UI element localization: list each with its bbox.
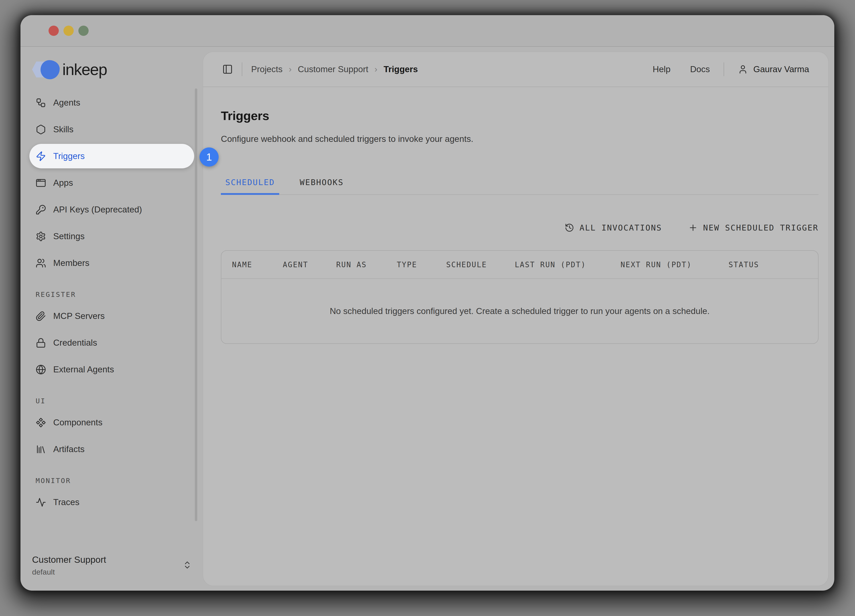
plus-icon: [688, 223, 698, 233]
breadcrumb-project[interactable]: Customer Support: [298, 64, 368, 74]
content-card: Projects › Customer Support › Triggers H…: [203, 52, 828, 586]
user-name: Gaurav Varma: [753, 64, 809, 74]
hexagon-icon: [35, 124, 46, 135]
globe-icon: [35, 364, 46, 375]
scheduled-triggers-table: NAME AGENT RUN AS TYPE SCHEDULE LAST RUN…: [221, 250, 818, 344]
sidebar-scrollbar[interactable]: [195, 89, 197, 521]
new-scheduled-trigger-button[interactable]: NEW SCHEDULED TRIGGER: [688, 223, 818, 233]
sidebar-item-agents[interactable]: Agents: [29, 90, 194, 115]
sidebar-item-label: Triggers: [53, 151, 85, 161]
sidebar-item-label: Artifacts: [53, 444, 84, 454]
app-window: inkeep Agents Skills Triggers Apps: [20, 15, 834, 591]
workflow-icon: [35, 98, 46, 108]
sidebar-item-label: MCP Servers: [53, 311, 105, 321]
chevron-right-icon: ›: [289, 64, 292, 74]
sidebar-item-label: Agents: [53, 98, 80, 107]
component-icon: [35, 417, 46, 428]
lock-icon: [35, 338, 46, 348]
sidebar-item-label: Credentials: [53, 338, 97, 348]
user-icon: [738, 64, 748, 74]
all-invocations-button[interactable]: ALL INVOCATIONS: [565, 223, 662, 233]
titlebar: [20, 15, 834, 47]
paperclip-icon: [35, 311, 46, 321]
column-header-next-run: NEXT RUN (PDT): [621, 260, 729, 269]
key-icon: [35, 204, 46, 215]
app-window-icon: [35, 178, 46, 188]
page-title: Triggers: [221, 109, 818, 123]
sidebar-section-ui: UI: [35, 397, 188, 405]
activity-icon: [35, 497, 46, 507]
zoom-window-button[interactable]: [78, 26, 89, 36]
sidebar: inkeep Agents Skills Triggers Apps: [20, 47, 203, 591]
column-header-name: NAME: [232, 260, 283, 269]
sidebar-section-register: REGISTER: [35, 290, 188, 299]
sidebar-toggle-button[interactable]: [222, 64, 233, 75]
sidebar-item-components[interactable]: Components: [29, 410, 194, 435]
column-header-type: TYPE: [397, 260, 446, 269]
help-link[interactable]: Help: [653, 64, 670, 74]
chevron-right-icon: ›: [374, 64, 377, 74]
sidebar-item-label: External Agents: [53, 365, 114, 374]
sidebar-item-api-keys[interactable]: API Keys (Deprecated): [29, 197, 194, 222]
user-menu[interactable]: Gaurav Varma: [738, 64, 809, 74]
header-divider: [242, 62, 242, 76]
sidebar-item-label: Components: [53, 418, 103, 428]
column-header-run-as: RUN AS: [336, 260, 397, 269]
annotation-step-badge: 1: [199, 147, 219, 167]
sidebar-item-label: API Keys (Deprecated): [53, 205, 142, 215]
table-actions: ALL INVOCATIONS NEW SCHEDULED TRIGGER: [221, 223, 818, 233]
project-switcher[interactable]: Customer Support default: [20, 555, 203, 591]
sidebar-item-artifacts[interactable]: Artifacts: [29, 437, 194, 461]
inkeep-logo-mark-icon: [32, 58, 62, 81]
sidebar-item-label: Settings: [53, 231, 84, 241]
sidebar-item-external-agents[interactable]: External Agents: [29, 357, 194, 382]
zap-icon: [35, 151, 46, 161]
column-header-status: STATUS: [729, 260, 818, 269]
sidebar-item-traces[interactable]: Traces: [29, 490, 194, 515]
column-header-schedule: SCHEDULE: [446, 260, 515, 269]
page-subtitle: Configure webhook and scheduled triggers…: [221, 134, 818, 144]
users-icon: [35, 258, 46, 268]
sidebar-item-apps[interactable]: Apps: [29, 171, 194, 195]
gear-icon: [35, 231, 46, 242]
header-divider: [724, 62, 724, 76]
sidebar-item-skills[interactable]: Skills: [29, 117, 194, 142]
inkeep-logo[interactable]: inkeep: [32, 58, 193, 81]
sidebar-item-label: Traces: [53, 497, 80, 507]
tab-bar: SCHEDULED WEBHOOKS: [221, 178, 818, 195]
button-label: ALL INVOCATIONS: [579, 223, 662, 232]
button-label: NEW SCHEDULED TRIGGER: [703, 223, 818, 232]
sidebar-item-mcp-servers[interactable]: MCP Servers: [29, 304, 194, 328]
docs-link[interactable]: Docs: [690, 64, 710, 74]
project-name: Customer Support: [32, 555, 106, 565]
column-header-last-run: LAST RUN (PDT): [515, 260, 621, 269]
inkeep-logo-text: inkeep: [62, 60, 107, 79]
breadcrumb-current: Triggers: [384, 64, 418, 74]
graph-name: default: [32, 568, 106, 576]
tab-webhooks[interactable]: WEBHOOKS: [295, 178, 348, 195]
sidebar-item-label: Skills: [53, 124, 74, 134]
sidebar-item-members[interactable]: Members: [29, 251, 194, 275]
breadcrumb-projects[interactable]: Projects: [251, 64, 283, 74]
panel-left-icon: [222, 64, 233, 75]
sidebar-item-label: Apps: [53, 178, 73, 188]
sidebar-section-monitor: MONITOR: [35, 477, 188, 484]
tab-scheduled[interactable]: SCHEDULED: [221, 178, 279, 195]
sidebar-item-credentials[interactable]: Credentials: [29, 331, 194, 355]
sidebar-item-label: Members: [53, 258, 89, 268]
sidebar-nav: Agents Skills Triggers Apps API Keys (De: [20, 90, 203, 517]
chevrons-up-down-icon: [182, 560, 192, 570]
close-window-button[interactable]: [49, 26, 59, 36]
breadcrumb: Projects › Customer Support › Triggers: [251, 64, 418, 74]
content-header: Projects › Customer Support › Triggers H…: [203, 52, 828, 87]
table-header-row: NAME AGENT RUN AS TYPE SCHEDULE LAST RUN…: [221, 251, 818, 279]
library-icon: [35, 444, 46, 455]
column-header-agent: AGENT: [283, 260, 336, 269]
history-icon: [565, 223, 574, 233]
sidebar-item-triggers[interactable]: Triggers: [29, 144, 194, 169]
sidebar-item-settings[interactable]: Settings: [29, 224, 194, 248]
minimize-window-button[interactable]: [63, 26, 74, 36]
empty-state-message: No scheduled triggers configured yet. Cr…: [221, 279, 818, 343]
